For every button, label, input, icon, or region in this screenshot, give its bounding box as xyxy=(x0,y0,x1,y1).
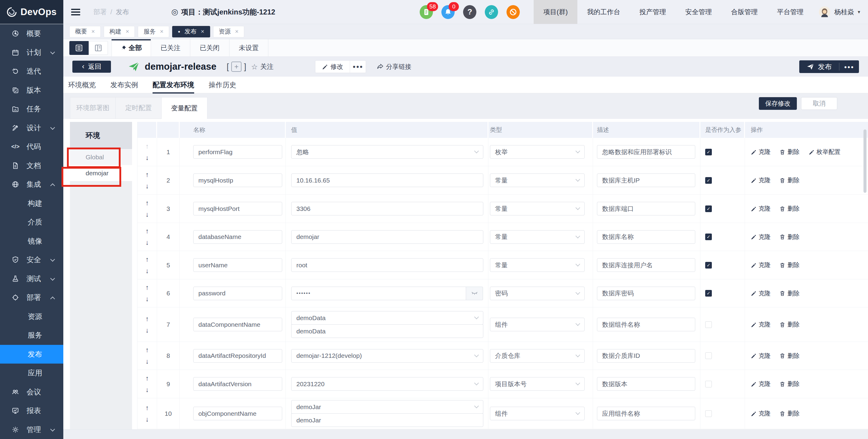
list-view-button[interactable] xyxy=(69,41,89,55)
type-select[interactable]: 介质仓库 xyxy=(490,349,585,363)
clone-button[interactable]: 克隆 xyxy=(751,261,771,269)
value-select[interactable]: demoData xyxy=(291,311,483,325)
sidebar-item-version[interactable]: 版本 xyxy=(0,81,63,100)
delete-button[interactable]: 删除 xyxy=(780,409,800,417)
name-input[interactable]: dataArtifactRepositoryId xyxy=(193,349,282,363)
publish-button[interactable]: 发布 ●●● xyxy=(799,60,859,73)
type-select[interactable]: 密码 xyxy=(490,287,585,300)
move-down-button[interactable]: ↓ xyxy=(146,358,149,365)
sidebar-item-service[interactable]: 服务 xyxy=(0,326,63,345)
detail-tab-3[interactable]: 配置发布环境 xyxy=(153,77,194,93)
value-input[interactable]: 10.16.16.65 xyxy=(291,174,483,187)
type-select[interactable]: 常量 xyxy=(490,230,585,244)
name-input[interactable]: dataArtifactVersion xyxy=(193,377,282,391)
detail-tab-2[interactable]: 发布实例 xyxy=(110,77,138,93)
input-param-checkbox[interactable]: ✓ xyxy=(705,205,712,212)
help-icon[interactable]: ? xyxy=(463,5,476,19)
input-param-checkbox[interactable] xyxy=(705,410,712,417)
top-nav-item-5[interactable]: 合版管理 xyxy=(721,0,767,24)
sidebar-item-report[interactable]: 报表 xyxy=(0,401,63,420)
sidebar-item-image[interactable]: 镜像 xyxy=(0,232,63,251)
value-input[interactable]: demoData xyxy=(291,324,483,338)
name-input[interactable]: password xyxy=(193,287,282,300)
name-input[interactable]: mysqlHostPort xyxy=(193,202,282,215)
delete-button[interactable]: 删除 xyxy=(780,352,800,360)
top-nav-item-3[interactable]: 投产管理 xyxy=(630,0,676,24)
description-input[interactable]: 数据版本 xyxy=(597,377,695,391)
close-icon[interactable]: × xyxy=(235,28,239,35)
description-input[interactable]: 应用组件名称 xyxy=(597,407,695,420)
delete-button[interactable]: 删除 xyxy=(780,233,800,241)
follow-button[interactable]: ☆ 关注 xyxy=(251,62,274,71)
type-select[interactable]: 组件 xyxy=(490,318,585,331)
move-up-button[interactable]: ↑ xyxy=(146,375,149,382)
back-button[interactable]: ‹ 返回 xyxy=(72,61,111,73)
delete-button[interactable]: 删除 xyxy=(780,176,800,184)
view-tab-4[interactable]: 未设置 xyxy=(229,39,268,56)
sidebar-item-task[interactable]: 任务 xyxy=(0,99,63,119)
move-up-button[interactable]: ↑ xyxy=(146,228,149,234)
move-down-button[interactable]: ↓ xyxy=(146,268,149,274)
delete-button[interactable]: 删除 xyxy=(780,205,800,213)
sidebar-item-design[interactable]: 设计 xyxy=(0,119,63,138)
description-input[interactable]: 数据库密码 xyxy=(597,287,695,300)
move-down-button[interactable]: ↓ xyxy=(146,296,149,302)
description-input[interactable]: 数据库主机IP xyxy=(597,174,695,187)
password-toggle-button[interactable] xyxy=(466,287,483,300)
clone-button[interactable]: 克隆 xyxy=(751,320,771,328)
cancel-button[interactable]: 取消 xyxy=(801,97,837,110)
clone-button[interactable]: 克隆 xyxy=(751,148,771,156)
page-tab-5[interactable]: 资源× xyxy=(213,26,245,37)
name-input[interactable]: dataComponentName xyxy=(193,318,282,331)
clone-button[interactable]: 克隆 xyxy=(751,352,771,360)
name-input[interactable]: objComponentName xyxy=(193,407,282,420)
sidebar-item-security[interactable]: 安全 xyxy=(0,251,63,269)
close-icon[interactable]: × xyxy=(91,28,95,35)
input-param-checkbox[interactable] xyxy=(705,352,712,359)
move-up-button[interactable]: ↑ xyxy=(146,256,149,263)
clone-button[interactable]: 克隆 xyxy=(751,233,771,241)
input-param-checkbox[interactable]: ✓ xyxy=(705,290,712,297)
sidebar-item-meeting[interactable]: 会议 xyxy=(0,383,63,402)
move-up-button[interactable]: ↑ xyxy=(146,143,149,150)
sub-tab-3[interactable]: 变量配置 xyxy=(162,97,208,119)
description-input[interactable]: 数据库端口 xyxy=(597,202,695,215)
move-up-button[interactable]: ↑ xyxy=(146,284,149,291)
page-tab-3[interactable]: 服务× xyxy=(138,26,169,37)
input-param-checkbox[interactable] xyxy=(705,321,712,328)
input-param-checkbox[interactable] xyxy=(705,381,712,387)
sidebar-item-deploy[interactable]: 部署 xyxy=(0,288,63,307)
view-tab-3[interactable]: 已关闭 xyxy=(190,39,229,56)
sidebar-item-release[interactable]: 发布 xyxy=(0,345,63,364)
sidebar-item-plan[interactable]: 计划 xyxy=(0,43,63,62)
move-up-button[interactable]: ↑ xyxy=(146,405,149,411)
sub-tab-2[interactable]: 定时配置 xyxy=(116,97,162,119)
type-select[interactable]: 常量 xyxy=(490,174,585,187)
view-tab-1[interactable]: 全部 xyxy=(112,39,151,56)
sub-tab-1[interactable]: 环境部署图 xyxy=(70,97,116,119)
move-down-button[interactable]: ↓ xyxy=(146,327,149,334)
move-down-button[interactable]: ↓ xyxy=(146,211,149,218)
description-input[interactable]: 忽略数据和应用部署标识 xyxy=(597,145,695,159)
edit-more-button[interactable]: ●●● xyxy=(350,61,366,73)
description-input[interactable]: 数据介质库ID xyxy=(597,349,695,363)
input-param-checkbox[interactable]: ✓ xyxy=(705,149,712,155)
move-down-button[interactable]: ↓ xyxy=(146,154,149,161)
type-select[interactable]: 常量 xyxy=(490,258,585,272)
type-select[interactable]: 常量 xyxy=(490,202,585,215)
top-nav-item-1[interactable]: 项目(群) xyxy=(534,0,577,24)
sidebar-item-integration[interactable]: 集成 xyxy=(0,175,63,194)
sidebar-item-build[interactable]: 构建 xyxy=(0,194,63,213)
sidebar-item-test[interactable]: 测试 xyxy=(0,269,63,288)
value-input[interactable]: demoJar xyxy=(291,413,483,427)
top-nav-item-6[interactable]: 平台管理 xyxy=(767,0,813,24)
add-tag-button[interactable]: + xyxy=(231,62,242,72)
name-input[interactable]: userName xyxy=(193,258,282,272)
value-select[interactable]: 忽略 xyxy=(291,145,483,159)
input-param-checkbox[interactable]: ✓ xyxy=(705,234,712,240)
sidebar-item-application[interactable]: 应用 xyxy=(0,363,63,383)
close-icon[interactable]: × xyxy=(160,28,163,35)
delete-button[interactable]: 删除 xyxy=(780,261,800,269)
todo-document-icon[interactable]: 58 xyxy=(420,5,433,19)
sidebar-item-iteration[interactable]: 迭代 xyxy=(0,62,63,81)
